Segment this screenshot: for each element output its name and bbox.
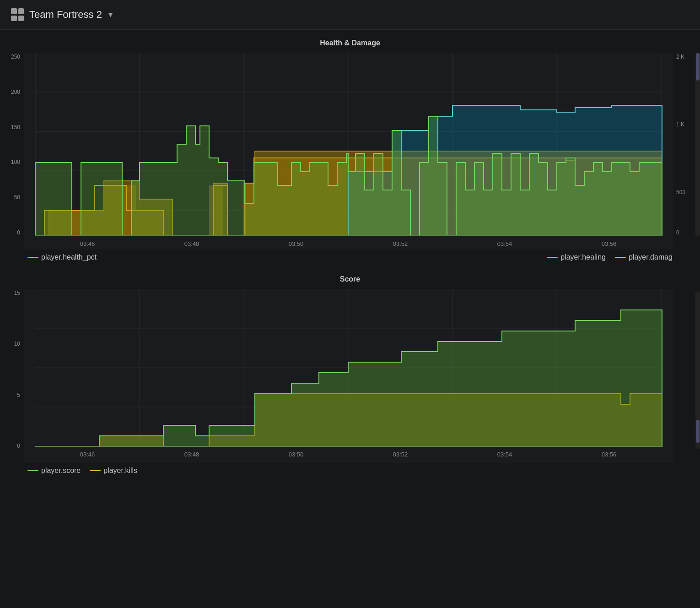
- svg-text:03:48: 03:48: [184, 240, 199, 247]
- chart1-wrapper: 250 200 150 100 50 0: [0, 53, 700, 250]
- legend-healing: player.healing: [547, 253, 606, 261]
- svg-text:03:56: 03:56: [602, 451, 617, 458]
- app-title: Team Fortress 2: [29, 9, 102, 21]
- svg-text:03:50: 03:50: [289, 240, 304, 247]
- chart1-svg: 03:46 03:48 03:50 03:52 03:54 03:56: [24, 53, 673, 250]
- y-axis-left-2: 15 10 5 0: [0, 289, 24, 463]
- scrollbar-thumb-1[interactable]: [696, 53, 700, 81]
- legend-damage-line: [615, 257, 626, 258]
- chart2-legend: player.score player.kills: [0, 463, 700, 475]
- svg-text:03:52: 03:52: [393, 240, 408, 247]
- app-icon: [11, 8, 24, 21]
- charts-container: Health & Damage 250 200 150 100 50 0: [0, 30, 700, 493]
- dropdown-icon[interactable]: ▾: [108, 10, 113, 20]
- health-damage-chart: Health & Damage 250 200 150 100 50 0: [0, 39, 700, 261]
- svg-text:03:46: 03:46: [80, 240, 95, 247]
- app-header: Team Fortress 2 ▾: [0, 0, 700, 30]
- chart1-title: Health & Damage: [0, 39, 700, 47]
- legend-score-line: [27, 470, 38, 471]
- legend-kills: player.kills: [90, 467, 137, 475]
- svg-text:03:56: 03:56: [602, 240, 617, 247]
- y-axis-left-1: 250 200 150 100 50 0: [0, 53, 24, 250]
- score-area: [35, 310, 662, 446]
- legend-health: player.health_pct: [27, 253, 97, 261]
- svg-text:03:48: 03:48: [184, 451, 199, 458]
- scrollbar-1[interactable]: [695, 53, 700, 236]
- legend-health-label: player.health_pct: [41, 253, 97, 261]
- legend-damage: player.damag: [615, 253, 673, 261]
- legend-kills-line: [90, 470, 101, 471]
- svg-text:03:52: 03:52: [393, 451, 408, 458]
- svg-text:03:50: 03:50: [289, 451, 304, 458]
- chart1-svg-area: 03:46 03:48 03:50 03:52 03:54 03:56: [24, 53, 673, 250]
- svg-text:03:54: 03:54: [497, 451, 512, 458]
- legend-kills-label: player.kills: [103, 467, 137, 475]
- legend-score: player.score: [27, 467, 81, 475]
- score-chart: Score 15 10 5 0: [0, 275, 700, 475]
- chart2-svg-area: 03:46 03:48 03:50 03:52 03:54 03:56: [24, 289, 673, 463]
- legend-healing-label: player.healing: [560, 253, 606, 261]
- legend-healing-line: [547, 257, 558, 258]
- scrollbar-thumb-2[interactable]: [696, 420, 700, 443]
- svg-text:03:54: 03:54: [497, 240, 512, 247]
- legend-score-label: player.score: [41, 467, 81, 475]
- chart2-title: Score: [0, 275, 700, 283]
- legend-health-line: [27, 257, 38, 258]
- scrollbar-2[interactable]: [695, 292, 700, 449]
- legend-damage-label: player.damag: [629, 253, 673, 261]
- svg-text:03:46: 03:46: [80, 451, 95, 458]
- chart2-wrapper: 15 10 5 0: [0, 289, 700, 463]
- chart2-svg: 03:46 03:48 03:50 03:52 03:54 03:56: [24, 289, 673, 463]
- chart1-legend: player.health_pct player.healing player.…: [0, 250, 700, 261]
